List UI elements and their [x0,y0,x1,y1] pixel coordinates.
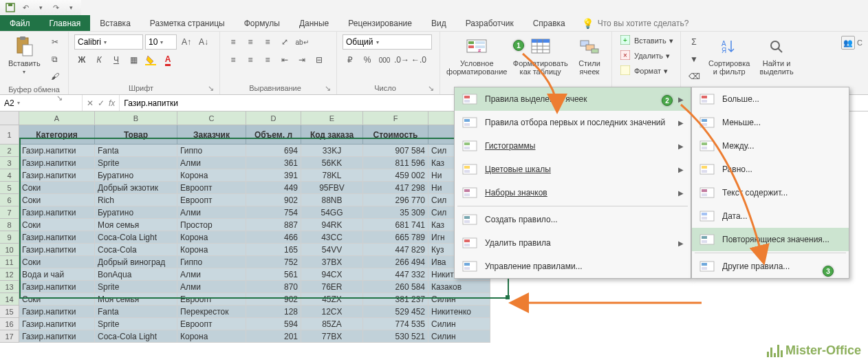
menu-item[interactable]: Управление правилами... [455,255,691,278]
cell[interactable]: Гиппо [177,145,246,157]
row-head[interactable]: 2 [0,145,19,157]
cell[interactable]: Rich [95,194,177,206]
tab-home[interactable]: Главная [40,15,91,31]
cell[interactable]: Моя семья [95,219,177,231]
cell[interactable]: 754 [246,206,301,219]
cell[interactable]: 530 521 [363,330,428,343]
cancel-icon[interactable]: ✕ [87,98,94,108]
cell[interactable]: BonAqua [95,268,177,281]
align-middle-icon[interactable]: ≡ [243,34,258,50]
cell[interactable]: Евроопт [177,318,246,330]
cell[interactable]: 561 [246,268,301,281]
cell[interactable]: Газир.напитки [19,318,95,330]
cell[interactable]: Газир.напитки [19,281,95,293]
fill-color-icon[interactable] [143,52,158,67]
row-head[interactable]: 17 [0,330,19,343]
cell[interactable]: 447 332 [363,268,428,281]
border-icon[interactable]: ▦ [126,52,141,67]
cell[interactable]: Евроопт [177,194,246,206]
row-head[interactable]: 8 [0,219,19,231]
cell[interactable]: 94RK [301,219,363,231]
tab-formulas[interactable]: Формулы [235,15,290,31]
row-head[interactable]: 11 [0,256,19,268]
highlight-rules-submenu[interactable]: Больше...Меньше...Между...Равно...Текст … [691,87,849,279]
cell[interactable]: Силин [428,318,490,330]
cell[interactable]: Никитенко [428,306,490,318]
cell[interactable]: Силин [428,293,490,306]
undo-icon[interactable]: ↶ [19,1,32,14]
indent-decrease-icon[interactable]: ⇤ [277,52,292,67]
copy-icon[interactable]: ⧉ [47,52,63,67]
cell[interactable]: 54VV [301,244,363,256]
table-header[interactable]: Объем, л [246,125,301,145]
cell[interactable]: 260 584 [363,281,428,293]
cell[interactable]: Добрый виноград [95,256,177,268]
cell[interactable]: Перекресток [177,306,246,318]
row-head-1[interactable]: 1 [0,125,19,145]
row-head[interactable]: 7 [0,206,19,219]
cell[interactable]: Газир.напитки [19,244,95,256]
row-head[interactable]: 4 [0,169,19,182]
menu-item[interactable]: Гистограммы▶ [455,134,691,158]
table-header[interactable]: Товар [95,125,177,145]
table-header[interactable]: Заказчик [177,125,246,145]
font-name-combo[interactable]: Calibri▾ [74,34,143,50]
underline-button[interactable]: Ч [109,52,124,67]
indent-increase-icon[interactable]: ⇥ [294,52,310,67]
cell[interactable]: 449 [246,182,301,194]
cell[interactable]: 459 002 [363,169,428,182]
menu-item[interactable]: Дата... [692,204,849,228]
menu-item[interactable]: Больше... [692,87,849,111]
cell[interactable]: 447 829 [363,244,428,256]
row-head[interactable]: 5 [0,182,19,194]
row-head[interactable]: 3 [0,157,19,169]
cell[interactable]: Газир.напитки [19,169,95,182]
table-header[interactable]: Категория [19,125,95,145]
cell[interactable]: 78KL [301,169,363,182]
table-header[interactable]: Код заказа [301,125,363,145]
cell[interactable]: 85ZA [301,318,363,330]
redo-icon[interactable]: ↷ [50,1,62,14]
cell[interactable]: 466 [246,231,301,244]
col-head-C[interactable]: C [177,111,246,125]
save-icon[interactable] [4,1,17,14]
cell[interactable]: 88NB [301,194,363,206]
cut-icon[interactable]: ✂ [47,34,63,50]
cell[interactable]: Корона [177,231,246,244]
cell[interactable]: Соки [19,182,95,194]
enter-icon[interactable]: ✓ [98,98,105,108]
cell[interactable]: Соки [19,194,95,206]
cell[interactable]: Евроопт [177,293,246,306]
cell[interactable]: Буратино [95,206,177,219]
increase-font-icon[interactable]: A↑ [179,34,194,50]
fill-icon[interactable]: ▼ [686,52,702,67]
sort-filter-button[interactable]: AЯ Сортировка и фильтр [706,34,752,77]
autosum-icon[interactable]: Σ [686,34,702,50]
cell[interactable]: 774 535 [363,318,428,330]
cell[interactable]: Газир.напитки [19,206,95,219]
row-head[interactable]: 6 [0,194,19,206]
decimal-increase-icon[interactable]: .0→ [394,52,409,67]
cell[interactable]: 902 [246,194,301,206]
col-head-B[interactable]: B [95,111,177,125]
cell[interactable]: 56KK [301,157,363,169]
currency-icon[interactable]: ₽ [343,52,358,67]
cell[interactable]: 417 298 [363,182,428,194]
cell[interactable]: Гиппо [177,256,246,268]
cell[interactable]: 391 [246,169,301,182]
find-select-button[interactable]: Найти и выделить [757,34,796,77]
cell[interactable]: Добрый экзотик [95,182,177,194]
menu-item[interactable]: Удалить правила▶ [455,231,691,255]
cell[interactable]: 381 237 [363,293,428,306]
cell[interactable]: Алми [177,157,246,169]
clipboard-dialog-icon[interactable]: ↘ [56,94,63,103]
tab-developer[interactable]: Разработчик [456,15,523,31]
thousands-icon[interactable]: 000 [377,52,392,67]
row-head[interactable]: 13 [0,281,19,293]
insert-cells-button[interactable]: +Вставить ▾ [618,34,676,47]
cell[interactable]: 94CX [301,268,363,281]
cell[interactable]: 12CX [301,306,363,318]
tell-me[interactable]: 💡 Что вы хотите сделать? [575,15,696,31]
row-head[interactable]: 9 [0,231,19,244]
cell[interactable]: Буратино [95,169,177,182]
